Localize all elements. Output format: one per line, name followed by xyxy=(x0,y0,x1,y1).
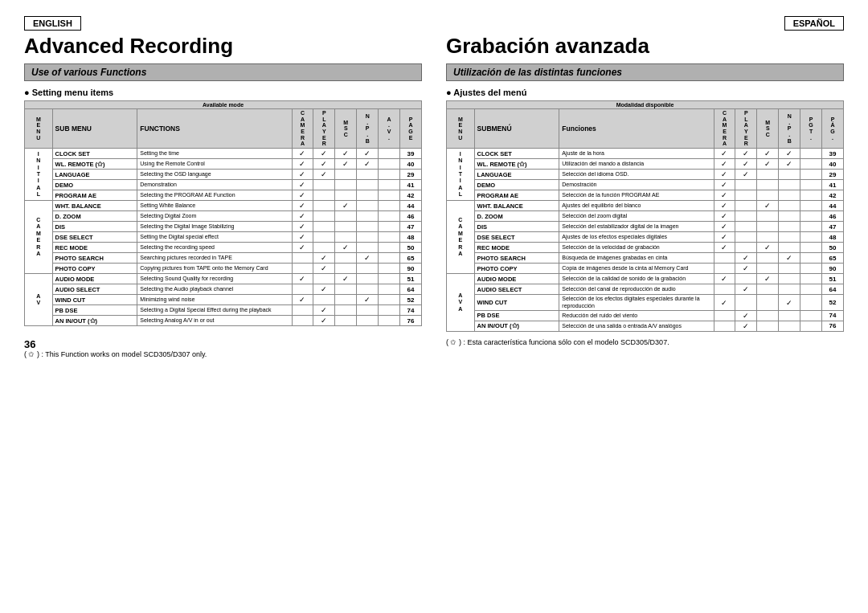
table-row: PROGRAM AESelección de la función PROGRA… xyxy=(447,190,844,201)
th-functions-en: FUNCTIONS xyxy=(137,109,292,149)
function-cell: Selección del idioma OSD. xyxy=(559,170,714,180)
function-cell: Setting the time xyxy=(137,149,292,159)
function-cell: Selección del zoom digital xyxy=(559,211,714,222)
av-cell xyxy=(800,274,822,284)
sub-headers: Use of various Functions Utilización de … xyxy=(24,63,844,81)
av-cell xyxy=(379,243,400,253)
page-cell: 48 xyxy=(822,232,844,243)
menu-group-cell: C A M E R A xyxy=(447,201,475,274)
camera-cell: ✓ xyxy=(292,211,313,222)
camera-cell: ✓ xyxy=(714,201,735,211)
submenu-cell: AUDIO SELECT xyxy=(52,284,137,295)
page-cell: 44 xyxy=(400,201,422,211)
npb-cell: ✓ xyxy=(779,149,800,159)
function-cell: Selecting the OSD language xyxy=(137,170,292,180)
page-cell: 42 xyxy=(822,190,844,201)
tables-container: Available mode M E N U SUB MENU FUNCTION… xyxy=(24,100,844,332)
camera-cell xyxy=(714,264,735,274)
page-cell: 76 xyxy=(822,321,844,331)
msc-cell xyxy=(335,316,357,326)
player-cell xyxy=(735,222,757,232)
english-table-wrapper: Available mode M E N U SUB MENU FUNCTION… xyxy=(24,100,422,332)
npb-cell xyxy=(779,190,800,201)
camera-cell xyxy=(714,284,735,295)
submenu-cell: D. ZOOM xyxy=(474,211,559,222)
function-cell: Using the Remote Control xyxy=(137,159,292,170)
table-row: D. ZOOMSelecting Digital Zoom✓46 xyxy=(25,211,422,222)
submenu-cell: DIS xyxy=(474,222,559,232)
npb-cell xyxy=(357,211,379,222)
msc-cell xyxy=(757,170,779,180)
submenu-cell: WIND CUT xyxy=(474,295,559,311)
camera-cell xyxy=(714,253,735,264)
camera-cell: ✓ xyxy=(292,274,313,284)
page-cell: 51 xyxy=(822,274,844,284)
av-cell xyxy=(800,321,822,331)
page-cell: 76 xyxy=(400,316,422,326)
camera-cell: ✓ xyxy=(714,190,735,201)
page-cell: 42 xyxy=(400,190,422,201)
player-cell: ✓ xyxy=(313,316,335,326)
npb-cell: ✓ xyxy=(357,295,379,305)
npb-cell xyxy=(357,190,379,201)
camera-cell: ✓ xyxy=(292,222,313,232)
table-row: AUDIO SELECTSelecting the Audio playback… xyxy=(25,284,422,295)
msc-cell xyxy=(335,180,357,190)
camera-cell: ✓ xyxy=(714,170,735,180)
player-cell: ✓ xyxy=(735,149,757,159)
player-cell: ✓ xyxy=(735,264,757,274)
msc-cell: ✓ xyxy=(335,201,357,211)
table-row: PHOTO COPYCopying pictures from TAPE ont… xyxy=(25,264,422,274)
submenu-cell: WHT. BALANCE xyxy=(474,201,559,211)
player-cell: ✓ xyxy=(313,149,335,159)
av-cell xyxy=(379,264,400,274)
player-cell: ✓ xyxy=(735,310,757,321)
player-cell xyxy=(735,211,757,222)
submenu-cell: PB DSE xyxy=(474,310,559,321)
function-cell: Ajustes del equilibrio del blanco xyxy=(559,201,714,211)
av-cell xyxy=(379,222,400,232)
npb-cell xyxy=(357,232,379,243)
player-cell xyxy=(735,180,757,190)
camera-cell: ✓ xyxy=(292,243,313,253)
player-cell: ✓ xyxy=(735,253,757,264)
player-cell: ✓ xyxy=(313,305,335,316)
av-cell xyxy=(379,201,400,211)
msc-cell: ✓ xyxy=(757,243,779,253)
function-cell: Selecting Digital Zoom xyxy=(137,211,292,222)
page-cell: 29 xyxy=(822,170,844,180)
av-cell xyxy=(379,305,400,316)
lang-badge-espanol: ESPAÑOL xyxy=(784,16,844,31)
function-cell: Searching pictures recorded in TAPE xyxy=(137,253,292,264)
available-mode-header-en: Available mode xyxy=(25,101,422,109)
function-cell: Selecting Analog A/V in or out xyxy=(137,316,292,326)
table-row: WIND CUTSelección de los efectos digital… xyxy=(447,295,844,311)
page-cell: 52 xyxy=(822,295,844,311)
function-cell: Selecting the Audio playback channel xyxy=(137,284,292,295)
npb-cell xyxy=(779,222,800,232)
camera-cell xyxy=(292,316,313,326)
function-cell: Minimizing wind noise xyxy=(137,295,292,305)
submenu-cell: AN IN/OUT (✩) xyxy=(52,316,137,326)
table-row: DSE SELECTAjustes de los efectos especia… xyxy=(447,232,844,243)
player-cell xyxy=(313,222,335,232)
player-cell xyxy=(735,295,757,311)
function-cell: Copying pictures from TAPE onto the Memo… xyxy=(137,264,292,274)
av-cell xyxy=(379,180,400,190)
msc-cell xyxy=(757,321,779,331)
camera-cell: ✓ xyxy=(714,149,735,159)
player-cell xyxy=(313,211,335,222)
bullet-left: ● Setting menu items xyxy=(24,88,422,97)
function-cell: Selección del estabilizador digital de l… xyxy=(559,222,714,232)
function-cell: Selecting the recording speed xyxy=(137,243,292,253)
npb-cell: ✓ xyxy=(357,159,379,170)
menu-group-cell: A V xyxy=(25,274,53,326)
npb-cell xyxy=(779,310,800,321)
player-cell xyxy=(735,243,757,253)
table-row: REC MODESelecting the recording speed✓✓5… xyxy=(25,243,422,253)
msc-cell xyxy=(757,211,779,222)
npb-cell: ✓ xyxy=(779,159,800,170)
submenu-cell: AUDIO MODE xyxy=(474,274,559,284)
th-submenu-es: SUBMENÚ xyxy=(474,109,559,149)
submenu-cell: PROGRAM AE xyxy=(52,190,137,201)
